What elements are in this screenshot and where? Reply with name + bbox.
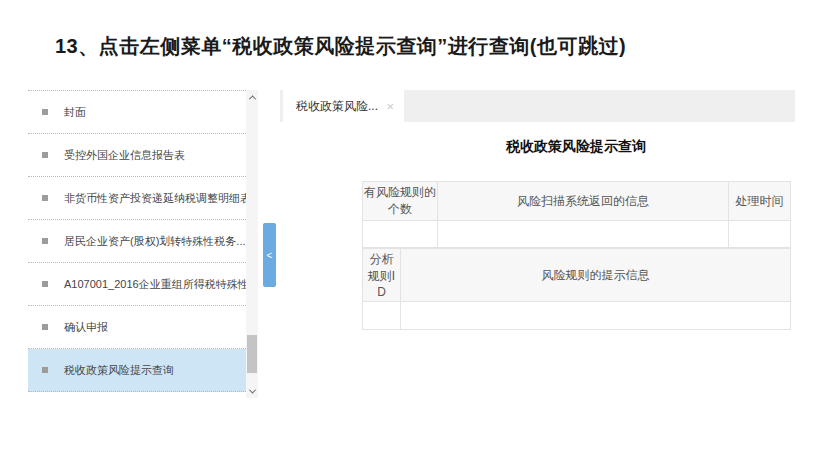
content-title: 税收政策风险提示查询 <box>362 138 790 156</box>
bullet-icon <box>42 281 48 287</box>
col-header-process-time: 处理时间 <box>729 182 791 221</box>
sidebar-item-resident-enterprise-assets[interactable]: 居民企业资产(股权)划转特殊性税务... <box>28 220 246 263</box>
tab-tax-policy-risk[interactable]: 税收政策风险... × <box>283 90 404 122</box>
tab-bar: 税收政策风险... × <box>280 90 795 122</box>
cell-scan-system-info <box>438 221 729 248</box>
sidebar-item-nonmonetary-assets[interactable]: 非货币性资产投资递延纳税调整明细表 <box>28 177 246 220</box>
col-header-rule-id: 分析规则ID <box>363 249 401 302</box>
col-header-scan-system-info: 风险扫描系统返回的信息 <box>438 182 729 221</box>
table-header-row: 有风险规则的个数 风险扫描系统返回的信息 处理时间 <box>363 182 791 221</box>
bullet-icon <box>42 238 48 244</box>
sidebar-item-label: 税收政策风险提示查询 <box>64 363 174 378</box>
sidebar-item-cover[interactable]: 封面 <box>28 91 246 134</box>
cell-rule-id <box>363 302 401 330</box>
collapse-left-icon: < <box>267 250 273 261</box>
page-title: 13、点击左侧菜单“税收政策风险提示查询”进行查询(也可跳过) <box>55 33 626 60</box>
bullet-icon <box>42 367 48 373</box>
sidebar-item-label: 受控外国企业信息报告表 <box>64 148 185 163</box>
scrollbar-thumb[interactable] <box>247 335 257 373</box>
sidebar-item-confirm-declaration[interactable]: 确认申报 <box>28 306 246 349</box>
cell-risk-rule-count <box>363 221 438 248</box>
sidebar-menu: 封面 受控外国企业信息报告表 非货币性资产投资递延纳税调整明细表 居民企业资产(… <box>28 90 246 392</box>
cell-rule-tip-info <box>401 302 791 330</box>
sidebar-item-label: 封面 <box>64 105 86 120</box>
tab-label: 税收政策风险... <box>296 98 380 115</box>
scroll-up-icon[interactable] <box>246 90 258 104</box>
close-icon[interactable]: × <box>386 100 394 113</box>
sidebar-item-label: 非货币性资产投资递延纳税调整明细表 <box>64 191 246 206</box>
sidebar-item-tax-policy-risk-query[interactable]: 税收政策风险提示查询 <box>28 349 246 392</box>
scroll-down-icon[interactable] <box>246 384 258 398</box>
cell-process-time <box>729 221 791 248</box>
table-row <box>363 302 791 330</box>
sidebar-item-controlled-foreign-enterprise[interactable]: 受控外国企业信息报告表 <box>28 134 246 177</box>
col-header-risk-rule-count: 有风险规则的个数 <box>363 182 438 221</box>
bullet-icon <box>42 324 48 330</box>
bullet-icon <box>42 152 48 158</box>
bullet-icon <box>42 195 48 201</box>
rule-tips-table: 分析规则ID 风险规则的提示信息 <box>362 248 791 330</box>
sidebar-item-label: 确认申报 <box>64 320 108 335</box>
sidebar-scrollbar[interactable] <box>246 90 258 398</box>
risk-scan-table: 有风险规则的个数 风险扫描系统返回的信息 处理时间 <box>362 181 791 248</box>
sidebar-item-label: 居民企业资产(股权)划转特殊性税务... <box>64 234 246 249</box>
table-row <box>363 221 791 248</box>
col-header-rule-tip-info: 风险规则的提示信息 <box>401 249 791 302</box>
slide: 13、点击左侧菜单“税收政策风险提示查询”进行查询(也可跳过) 封面 受控外国企… <box>0 0 831 468</box>
table-header-row: 分析规则ID 风险规则的提示信息 <box>363 249 791 302</box>
bullet-icon <box>42 109 48 115</box>
sidebar-item-a107001-restructure[interactable]: A107001_2016企业重组所得税特殊性... <box>28 263 246 306</box>
sidebar: 封面 受控外国企业信息报告表 非货币性资产投资递延纳税调整明细表 居民企业资产(… <box>28 90 258 398</box>
sidebar-collapse-button[interactable]: < <box>263 223 276 287</box>
content-panel: 税收政策风险... × 税收政策风险提示查询 有风险规则的个数 风险扫描系统返回… <box>280 90 795 402</box>
sidebar-item-label: A107001_2016企业重组所得税特殊性... <box>64 277 246 292</box>
